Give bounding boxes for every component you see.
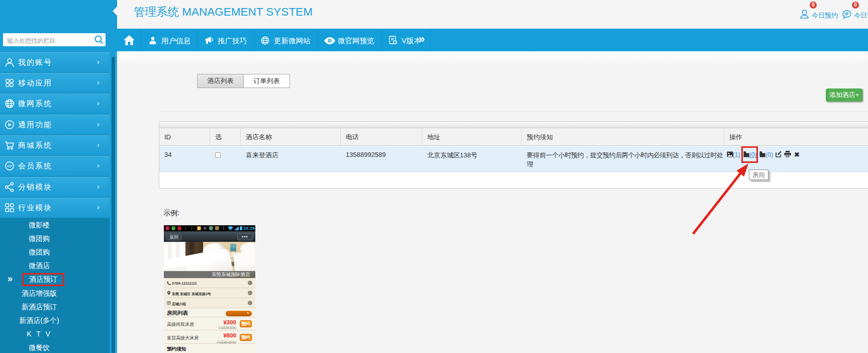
svg-text:VIP: VIP [7, 164, 12, 168]
